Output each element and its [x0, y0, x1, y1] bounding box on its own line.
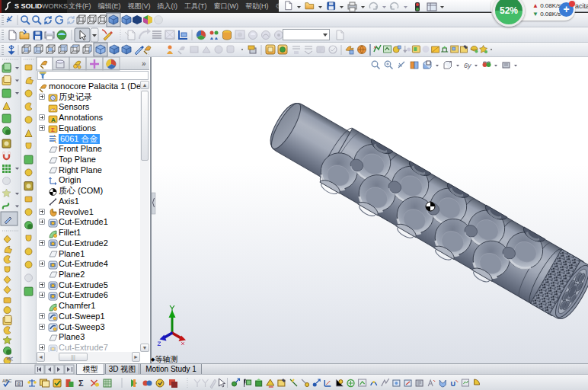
svg-text:Σ: Σ: [78, 379, 84, 388]
svg-text:»: »: [142, 59, 146, 68]
svg-text:6y: 6y: [464, 62, 471, 69]
svg-text:≪: ≪: [6, 355, 13, 363]
svg-text:U: U: [450, 380, 455, 388]
svg-text:A: A: [51, 117, 56, 123]
svg-text:.0: .0: [17, 382, 21, 386]
svg-text:ABC: ABC: [2, 379, 12, 383]
svg-text:Σ: Σ: [51, 126, 55, 133]
